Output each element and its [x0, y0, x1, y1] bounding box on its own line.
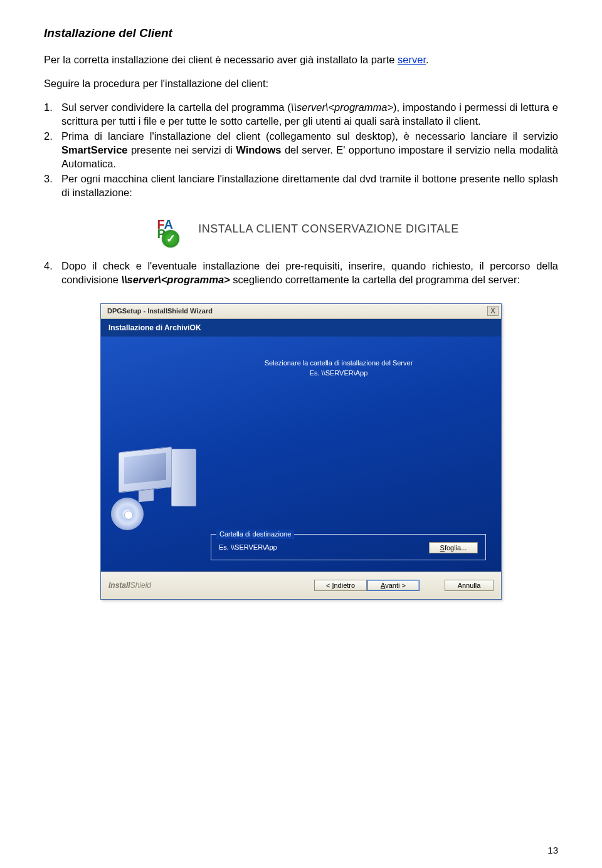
install-wizard-window: DPGSetup - InstallShield Wizard X Instal… [100, 303, 502, 600]
cd-icon [111, 498, 144, 530]
cancel-button[interactable]: Annulla [445, 580, 494, 591]
step-2: Prima di lanciare l'installazione del cl… [44, 129, 558, 171]
wizard-title: DPGSetup - InstallShield Wizard [103, 306, 487, 316]
intro-suffix: . [426, 54, 429, 65]
brand-install: Install [108, 581, 130, 590]
intro-prefix: Per la corretta installazione dei client… [44, 54, 398, 65]
step-4-path: \\server\<programma> [121, 274, 230, 285]
step-3: Per ogni macchina client lanciare l'inst… [44, 172, 558, 200]
browse-button[interactable]: Sfoglia... [429, 542, 478, 553]
computer-illustration [112, 434, 206, 528]
back-prefix: < [326, 582, 332, 589]
step-1-text-a: Sul server condividere la cartella del p… [61, 102, 291, 113]
wizard-instr-line1: Selezionare la cartella di installazione… [191, 358, 486, 369]
install-banner: FAP ✓ INSTALLA CLIENT CONSERVAZIONE DIGI… [44, 212, 558, 246]
back-rest: ndietro [334, 582, 355, 589]
back-button[interactable]: < Indietro [314, 580, 367, 591]
section-heading: Installazione del Client [44, 25, 558, 41]
server-link[interactable]: server [398, 54, 426, 65]
wizard-instr-line2: Es. \\SERVER\App [191, 368, 486, 379]
banner-text: INSTALLA CLIENT CONSERVAZIONE DIGITALE [198, 221, 458, 236]
step-4: Dopo il check e l'eventuale installazion… [44, 259, 558, 287]
fap-logo: FAP ✓ [143, 212, 187, 246]
wizard-body: Selezionare la cartella di installazione… [101, 337, 501, 572]
wizard-titlebar: DPGSetup - InstallShield Wizard X [101, 304, 501, 319]
wizard-footer: InstallShield < Indietro Avanti > Annull… [101, 572, 501, 599]
monitor-icon [119, 446, 172, 493]
pc-case-icon [171, 449, 196, 506]
wizard-subtitle: Installazione di ArchiviOK [101, 319, 501, 337]
browse-hotkey: S [440, 544, 445, 552]
intro-paragraph: Per la corretta installazione dei client… [44, 53, 558, 66]
destination-label: Cartella di destinazione [216, 530, 294, 539]
step-2-service: SmartService [61, 144, 128, 155]
step-2-text-a: Prima di lanciare l'installazione del cl… [61, 130, 558, 142]
step-1-path: \\server\<programma> [291, 102, 393, 113]
destination-path-text: Es. \\SERVER\App [219, 543, 277, 552]
steps-list: Sul server condividere la cartella del p… [44, 100, 558, 199]
step-2-windows: Windows [236, 144, 281, 155]
wizard-instruction: Selezionare la cartella di installazione… [191, 358, 486, 379]
destination-fieldset: Cartella di destinazione Es. \\SERVER\Ap… [211, 534, 486, 560]
steps-list-2: Dopo il check e l'eventuale installazion… [44, 259, 558, 287]
intro-paragraph-2: Seguire la procedura per l'installazione… [44, 76, 558, 90]
brand-shield: Shield [130, 581, 151, 590]
next-button[interactable]: Avanti > [367, 580, 420, 591]
monitor-stand-icon [139, 489, 154, 502]
next-rest: vanti > [385, 582, 406, 589]
check-icon: ✓ [162, 230, 179, 248]
step-1: Sul server condividere la cartella del p… [44, 100, 558, 128]
step-4-text-c: scegliendo correttamente la cartella del… [230, 274, 520, 285]
step-2-text-c: presente nei servizi di [128, 144, 236, 155]
wizard-nav-buttons: < Indietro Avanti > [314, 580, 420, 591]
close-button[interactable]: X [487, 306, 499, 316]
installshield-logo: InstallShield [108, 580, 151, 590]
browse-rest: foglia... [445, 544, 467, 552]
